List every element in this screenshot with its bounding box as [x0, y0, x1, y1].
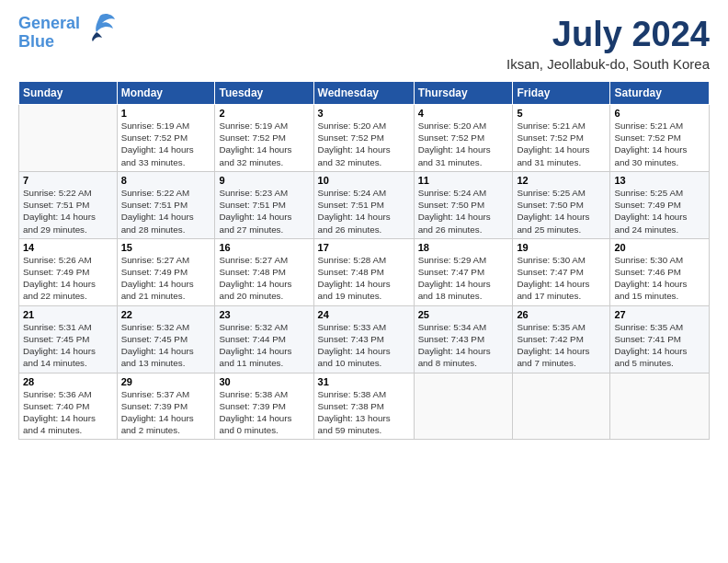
- day-info: Sunrise: 5:23 AM Sunset: 7:51 PM Dayligh…: [219, 187, 309, 236]
- day-info: Sunrise: 5:30 AM Sunset: 7:47 PM Dayligh…: [517, 254, 606, 303]
- day-number: 16: [219, 242, 309, 253]
- day-number: 17: [318, 242, 410, 253]
- calendar-cell: 17Sunrise: 5:28 AM Sunset: 7:48 PM Dayli…: [313, 238, 414, 305]
- calendar-cell: 3Sunrise: 5:20 AM Sunset: 7:52 PM Daylig…: [313, 105, 414, 172]
- day-info: Sunrise: 5:25 AM Sunset: 7:49 PM Dayligh…: [614, 187, 705, 236]
- calendar-cell: [414, 373, 513, 440]
- day-number: 11: [418, 175, 509, 186]
- weekday-header-sunday: Sunday: [19, 82, 118, 105]
- day-info: Sunrise: 5:28 AM Sunset: 7:48 PM Dayligh…: [318, 254, 410, 303]
- logo: General Blue: [18, 15, 117, 52]
- day-number: 12: [517, 175, 606, 186]
- day-info: Sunrise: 5:26 AM Sunset: 7:49 PM Dayligh…: [23, 254, 113, 303]
- calendar-week-row: 7Sunrise: 5:22 AM Sunset: 7:51 PM Daylig…: [19, 171, 710, 238]
- day-info: Sunrise: 5:22 AM Sunset: 7:51 PM Dayligh…: [23, 187, 113, 236]
- day-info: Sunrise: 5:24 AM Sunset: 7:51 PM Dayligh…: [318, 187, 410, 236]
- day-number: 27: [614, 309, 705, 320]
- page-container: General Blue July 2024 Iksan, Jeollabuk-…: [0, 0, 728, 449]
- day-info: Sunrise: 5:19 AM Sunset: 7:52 PM Dayligh…: [219, 120, 309, 168]
- day-number: 23: [219, 309, 309, 320]
- calendar-table: SundayMondayTuesdayWednesdayThursdayFrid…: [18, 81, 710, 440]
- day-info: Sunrise: 5:38 AM Sunset: 7:39 PM Dayligh…: [219, 388, 309, 437]
- day-number: 13: [614, 175, 705, 186]
- day-number: 3: [318, 108, 410, 119]
- calendar-header-row: SundayMondayTuesdayWednesdayThursdayFrid…: [19, 82, 710, 105]
- calendar-cell: 24Sunrise: 5:33 AM Sunset: 7:43 PM Dayli…: [313, 305, 414, 373]
- location-subtitle: Iksan, Jeollabuk-do, South Korea: [506, 56, 710, 72]
- calendar-cell: 10Sunrise: 5:24 AM Sunset: 7:51 PM Dayli…: [313, 171, 414, 238]
- day-info: Sunrise: 5:21 AM Sunset: 7:52 PM Dayligh…: [517, 120, 606, 168]
- day-info: Sunrise: 5:32 AM Sunset: 7:44 PM Dayligh…: [219, 321, 309, 370]
- day-number: 14: [23, 242, 113, 253]
- calendar-cell: 11Sunrise: 5:24 AM Sunset: 7:50 PM Dayli…: [414, 171, 513, 238]
- day-info: Sunrise: 5:34 AM Sunset: 7:43 PM Dayligh…: [418, 321, 509, 370]
- day-info: Sunrise: 5:35 AM Sunset: 7:42 PM Dayligh…: [517, 321, 606, 370]
- weekday-header-friday: Friday: [513, 82, 610, 105]
- calendar-cell: 30Sunrise: 5:38 AM Sunset: 7:39 PM Dayli…: [215, 373, 313, 440]
- calendar-cell: 25Sunrise: 5:34 AM Sunset: 7:43 PM Dayli…: [414, 305, 513, 373]
- logo-blue: Blue: [18, 32, 54, 51]
- calendar-cell: 9Sunrise: 5:23 AM Sunset: 7:51 PM Daylig…: [215, 171, 313, 238]
- day-info: Sunrise: 5:19 AM Sunset: 7:52 PM Dayligh…: [121, 120, 211, 168]
- weekday-header-thursday: Thursday: [414, 82, 513, 105]
- day-info: Sunrise: 5:22 AM Sunset: 7:51 PM Dayligh…: [121, 187, 211, 236]
- calendar-cell: 5Sunrise: 5:21 AM Sunset: 7:52 PM Daylig…: [513, 105, 610, 172]
- calendar-cell: 28Sunrise: 5:36 AM Sunset: 7:40 PM Dayli…: [19, 373, 118, 440]
- day-info: Sunrise: 5:29 AM Sunset: 7:47 PM Dayligh…: [418, 254, 509, 303]
- day-info: Sunrise: 5:27 AM Sunset: 7:48 PM Dayligh…: [219, 254, 309, 303]
- calendar-cell: 15Sunrise: 5:27 AM Sunset: 7:49 PM Dayli…: [117, 238, 215, 305]
- calendar-cell: 29Sunrise: 5:37 AM Sunset: 7:39 PM Dayli…: [117, 373, 215, 440]
- day-number: 21: [23, 309, 113, 320]
- calendar-cell: 31Sunrise: 5:38 AM Sunset: 7:38 PM Dayli…: [313, 373, 414, 440]
- logo-bird-icon: [84, 12, 117, 45]
- day-number: 8: [121, 175, 211, 186]
- day-info: Sunrise: 5:20 AM Sunset: 7:52 PM Dayligh…: [318, 120, 410, 168]
- calendar-week-row: 28Sunrise: 5:36 AM Sunset: 7:40 PM Dayli…: [19, 373, 710, 440]
- calendar-cell: 20Sunrise: 5:30 AM Sunset: 7:46 PM Dayli…: [610, 238, 710, 305]
- calendar-week-row: 14Sunrise: 5:26 AM Sunset: 7:49 PM Dayli…: [19, 238, 710, 305]
- day-info: Sunrise: 5:20 AM Sunset: 7:52 PM Dayligh…: [418, 120, 509, 168]
- month-title: July 2024: [506, 15, 710, 54]
- day-info: Sunrise: 5:37 AM Sunset: 7:39 PM Dayligh…: [121, 388, 211, 437]
- header: General Blue July 2024 Iksan, Jeollabuk-…: [18, 15, 710, 72]
- day-info: Sunrise: 5:33 AM Sunset: 7:43 PM Dayligh…: [318, 321, 410, 370]
- weekday-header-tuesday: Tuesday: [215, 82, 313, 105]
- day-number: 9: [219, 175, 309, 186]
- weekday-header-saturday: Saturday: [610, 82, 710, 105]
- day-number: 26: [517, 309, 606, 320]
- day-info: Sunrise: 5:30 AM Sunset: 7:46 PM Dayligh…: [614, 254, 705, 303]
- logo-text: General Blue: [18, 15, 80, 52]
- day-number: 6: [614, 108, 705, 119]
- title-area: July 2024 Iksan, Jeollabuk-do, South Kor…: [506, 15, 710, 72]
- day-number: 10: [318, 175, 410, 186]
- day-info: Sunrise: 5:38 AM Sunset: 7:38 PM Dayligh…: [318, 388, 410, 437]
- weekday-header-monday: Monday: [117, 82, 215, 105]
- day-info: Sunrise: 5:24 AM Sunset: 7:50 PM Dayligh…: [418, 187, 509, 236]
- day-info: Sunrise: 5:35 AM Sunset: 7:41 PM Dayligh…: [614, 321, 705, 370]
- calendar-cell: 4Sunrise: 5:20 AM Sunset: 7:52 PM Daylig…: [414, 105, 513, 172]
- calendar-cell: 12Sunrise: 5:25 AM Sunset: 7:50 PM Dayli…: [513, 171, 610, 238]
- day-number: 20: [614, 242, 705, 253]
- day-info: Sunrise: 5:25 AM Sunset: 7:50 PM Dayligh…: [517, 187, 606, 236]
- calendar-cell: 1Sunrise: 5:19 AM Sunset: 7:52 PM Daylig…: [117, 105, 215, 172]
- calendar-cell: [513, 373, 610, 440]
- day-info: Sunrise: 5:31 AM Sunset: 7:45 PM Dayligh…: [23, 321, 113, 370]
- day-info: Sunrise: 5:32 AM Sunset: 7:45 PM Dayligh…: [121, 321, 211, 370]
- calendar-cell: 6Sunrise: 5:21 AM Sunset: 7:52 PM Daylig…: [610, 105, 710, 172]
- logo-general: General: [18, 14, 80, 32]
- weekday-header-wednesday: Wednesday: [313, 82, 414, 105]
- calendar-cell: 27Sunrise: 5:35 AM Sunset: 7:41 PM Dayli…: [610, 305, 710, 373]
- calendar-cell: 19Sunrise: 5:30 AM Sunset: 7:47 PM Dayli…: [513, 238, 610, 305]
- day-number: 19: [517, 242, 606, 253]
- day-info: Sunrise: 5:36 AM Sunset: 7:40 PM Dayligh…: [23, 388, 113, 437]
- day-number: 7: [23, 175, 113, 186]
- calendar-cell: 13Sunrise: 5:25 AM Sunset: 7:49 PM Dayli…: [610, 171, 710, 238]
- calendar-cell: 2Sunrise: 5:19 AM Sunset: 7:52 PM Daylig…: [215, 105, 313, 172]
- calendar-cell: [610, 373, 710, 440]
- day-number: 5: [517, 108, 606, 119]
- day-number: 30: [219, 376, 309, 387]
- calendar-cell: [19, 105, 118, 172]
- calendar-cell: 14Sunrise: 5:26 AM Sunset: 7:49 PM Dayli…: [19, 238, 118, 305]
- calendar-cell: 26Sunrise: 5:35 AM Sunset: 7:42 PM Dayli…: [513, 305, 610, 373]
- calendar-week-row: 1Sunrise: 5:19 AM Sunset: 7:52 PM Daylig…: [19, 105, 710, 172]
